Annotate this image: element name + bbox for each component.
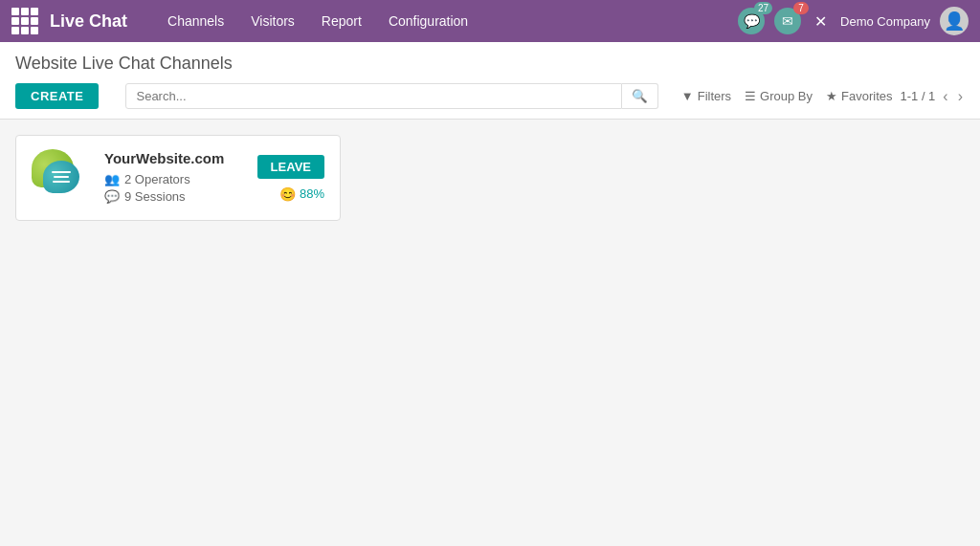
search-bar: 🔍: [125, 83, 657, 109]
pagination-text: 1-1 / 1: [900, 89, 935, 103]
filter-group: ▼ Filters ☰ Group By ★ Favorites: [681, 89, 893, 103]
create-button[interactable]: CREATE: [15, 83, 99, 109]
favorites-icon: ★: [826, 89, 837, 103]
avatar[interactable]: 👤: [940, 7, 969, 35]
filter-icon: ▼: [681, 89, 694, 103]
nav-visitors[interactable]: Visitors: [239, 10, 306, 33]
favorites-button[interactable]: ★ Favorites: [826, 89, 892, 103]
channel-info: YourWebsite.com 👥 2 Operators 💬 9 Sessio…: [104, 150, 242, 207]
main-content: YourWebsite.com 👥 2 Operators 💬 9 Sessio…: [0, 120, 980, 236]
favorites-label: Favorites: [841, 89, 892, 103]
prev-page-button[interactable]: ‹: [941, 88, 949, 105]
sessions-count: 9 Sessions: [124, 189, 186, 204]
nav-configuration[interactable]: Configuration: [377, 10, 479, 33]
content-header: Website Live Chat Channels CREATE 🔍 ▼ Fi…: [0, 42, 980, 120]
navbar-right: 💬 27 ✉ 7 ✕ Demo Company 👤: [738, 7, 969, 35]
satisfaction: 😊 88%: [279, 186, 324, 202]
channel-actions: LEAVE 😊 88%: [257, 155, 324, 202]
pagination: 1-1 / 1 ‹ ›: [900, 88, 965, 105]
groupby-icon: ☰: [745, 89, 756, 103]
filters-button[interactable]: ▼ Filters: [681, 89, 731, 103]
nav-report[interactable]: Report: [310, 10, 373, 33]
operators-count: 2 Operators: [124, 172, 190, 186]
channel-name: YourWebsite.com: [104, 150, 242, 166]
channel-card: YourWebsite.com 👥 2 Operators 💬 9 Sessio…: [15, 135, 341, 221]
channel-icon: [32, 149, 89, 207]
satisfaction-value: 88%: [300, 186, 324, 201]
settings-icon[interactable]: ✕: [811, 9, 831, 34]
page-title: Website Live Chat Channels: [15, 54, 965, 74]
nav-channels[interactable]: Channels: [156, 10, 235, 33]
brand-title: Live Chat: [50, 11, 127, 32]
sessions-icon: 💬: [104, 189, 120, 204]
message-badge-count: 7: [793, 2, 809, 14]
bubble-teal: [43, 161, 79, 193]
operators-icon: 👥: [104, 172, 120, 186]
toolbar: CREATE 🔍 ▼ Filters ☰ Group By ★ Favorite…: [15, 83, 965, 119]
groupby-button[interactable]: ☰ Group By: [745, 89, 813, 103]
operators-stat: 👥 2 Operators: [104, 172, 242, 186]
filters-label: Filters: [698, 89, 731, 103]
smiley-icon: 😊: [279, 186, 296, 202]
leave-button[interactable]: LEAVE: [257, 155, 324, 179]
navbar: Live Chat Channels Visitors Report Confi…: [0, 0, 980, 42]
app-menu-icon[interactable]: [11, 8, 38, 34]
search-input[interactable]: [125, 83, 621, 109]
sessions-stat: 💬 9 Sessions: [104, 189, 242, 204]
chat-badge[interactable]: 💬 27: [738, 8, 765, 34]
nav-menu: Channels Visitors Report Configuration: [156, 10, 738, 33]
message-badge[interactable]: ✉ 7: [774, 8, 801, 34]
search-button[interactable]: 🔍: [622, 83, 658, 109]
next-page-button[interactable]: ›: [956, 88, 965, 105]
company-name[interactable]: Demo Company: [840, 14, 930, 29]
groupby-label: Group By: [760, 89, 813, 103]
chat-badge-count: 27: [754, 2, 772, 14]
